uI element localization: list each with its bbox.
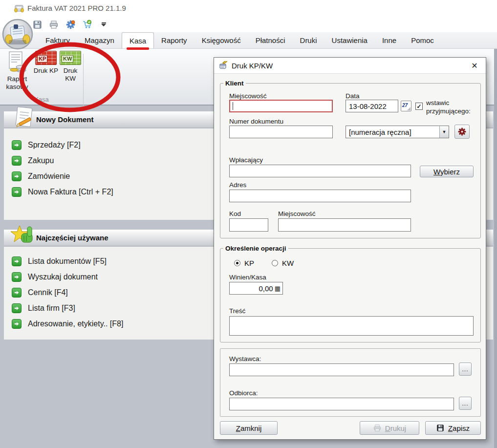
druk-kw-button[interactable]: KW Druk KW xyxy=(58,51,83,83)
zapisz-button[interactable]: Zapisz xyxy=(425,421,481,435)
tab-kasa[interactable]: Kasa xyxy=(122,32,154,48)
toolbar-overflow-icon[interactable] xyxy=(98,19,109,30)
kp-table-icon: KP xyxy=(35,51,57,65)
miejscowosc-label: Miejscowość xyxy=(229,92,267,100)
section-title: Najczęściej używane xyxy=(36,234,108,242)
wystawca-label: Wystawca: xyxy=(229,355,261,363)
wystawca-input[interactable] xyxy=(229,363,454,376)
odbiorca-input[interactable] xyxy=(229,398,454,410)
kw-table-icon: KW xyxy=(60,51,81,65)
tab-pomoc[interactable]: Pomoc xyxy=(404,32,441,48)
wstawic-label: wstawic przyjmującego: xyxy=(426,99,478,116)
calendar-fold xyxy=(407,107,411,110)
tresc-input[interactable] xyxy=(229,316,474,336)
numer-dokumentu-label: Numer dokumentu xyxy=(229,118,283,125)
menu-item-cennik[interactable]: Cennik [F4] xyxy=(12,285,68,300)
menu-item-label: Wyszukaj dokument xyxy=(28,273,98,281)
wplacajacy-input[interactable] xyxy=(229,165,411,177)
zamknij-label: Zamknij xyxy=(236,424,262,432)
wybierz-button[interactable]: Wybierz xyxy=(420,166,474,177)
menu-item-zamowienie[interactable]: Zamówienie xyxy=(12,169,70,184)
menu-item-label: Zakupu xyxy=(28,156,54,165)
group-operacja-legend: Określenie operacji xyxy=(223,245,288,252)
adres-input[interactable] xyxy=(229,190,411,202)
tab-label: Ustawienia xyxy=(332,36,367,44)
tab-faktury[interactable]: Faktury xyxy=(38,32,77,48)
tab-inne[interactable]: Inne xyxy=(375,32,404,48)
menu-item-label: Zamówienie xyxy=(28,172,70,181)
druk-kp-button[interactable]: KP Druk KP xyxy=(33,51,59,75)
menu-item-label: Adresowanie, etykiety.. [F8] xyxy=(28,320,123,328)
main-menu-tabbar: Faktury Magazyn Kasa Raporty Księgowość … xyxy=(0,32,497,49)
miejscowosc-input[interactable] xyxy=(229,100,333,112)
print-icon[interactable] xyxy=(48,19,60,30)
green-arrow-icon xyxy=(12,303,22,313)
menu-item-label: Nowa Faktura [Ctrl + F2] xyxy=(28,188,113,196)
tab-magazyn[interactable]: Magazyn xyxy=(77,32,122,48)
chevron-down-icon: ▼ xyxy=(442,129,447,134)
adres-label: Adres xyxy=(229,181,246,189)
dialog-druk-kp-kw: Druk KP/KW ✕ Klient Miejscowość Data 27 … xyxy=(214,57,486,440)
wplacajacy-label: Wpłacający xyxy=(229,156,263,164)
numer-dokumentu-input[interactable] xyxy=(229,126,333,138)
numeracja-combobox[interactable]: [numeracja ręczna] ▼ xyxy=(346,126,449,138)
group-klient-legend: Klient xyxy=(223,80,246,87)
menu-item-lista-dokumentow[interactable]: Lista dokumentów [F5] xyxy=(12,254,107,269)
tab-ustawienia[interactable]: Ustawienia xyxy=(324,32,375,48)
menu-item-zakupu[interactable]: Zakupu xyxy=(12,153,54,169)
tresc-label: Treść xyxy=(229,307,245,315)
miejscowosc2-input[interactable] xyxy=(278,218,411,232)
tab-druki[interactable]: Druki xyxy=(293,32,324,48)
radio-button-icon xyxy=(272,260,278,266)
dialog-title: Druk KP/KW xyxy=(232,62,273,70)
dialog-titlebar: Druk KP/KW ✕ xyxy=(214,58,486,74)
new-document-icon xyxy=(11,106,36,131)
green-arrow-icon xyxy=(12,187,22,197)
druk-kw-label: Druk KW xyxy=(58,67,83,83)
combo-dropdown-button[interactable]: ▼ xyxy=(439,126,449,138)
check-icon: ✓ xyxy=(416,103,421,110)
ellipsis-icon: ... xyxy=(462,366,468,373)
radio-kp[interactable]: KP xyxy=(234,259,254,267)
numeracja-settings-button[interactable] xyxy=(454,125,470,139)
window-titlebar: Faktura VAT 2021 PRO 21.1.9 xyxy=(0,0,497,17)
menu-item-sprzedazy[interactable]: Sprzedaży [F2] xyxy=(12,137,81,153)
tab-label: Druki xyxy=(300,36,317,44)
menu-item-wyszukaj-dokument[interactable]: Wyszukaj dokument xyxy=(12,269,98,285)
cart-icon[interactable] xyxy=(81,19,93,30)
tab-raporty[interactable]: Raporty xyxy=(154,32,194,48)
section-title: Nowy Dokument xyxy=(36,115,94,124)
data-label: Data xyxy=(346,92,360,100)
green-arrow-icon xyxy=(12,156,22,166)
menu-item-lista-firm[interactable]: Lista firm [F3] xyxy=(12,300,75,316)
save-icon xyxy=(436,424,444,432)
settings-gear-icon[interactable] xyxy=(65,19,76,30)
wystawca-browse-button[interactable]: ... xyxy=(459,363,472,376)
calculator-icon[interactable]: ▦ xyxy=(275,285,281,292)
drukuj-button[interactable]: Drukuj xyxy=(360,421,419,435)
wstawic-checkbox[interactable]: ✓ xyxy=(415,103,423,110)
numeracja-value: [numeracja ręczna] xyxy=(346,128,439,136)
kw-badge: KW xyxy=(62,55,73,63)
zamknij-button[interactable]: Zamknij xyxy=(220,421,278,435)
green-arrow-icon xyxy=(12,140,22,150)
menu-item-adresowanie[interactable]: Adresowanie, etykiety.. [F8] xyxy=(12,316,123,332)
app-icon xyxy=(14,3,24,13)
tab-platnosci[interactable]: Płatności xyxy=(248,32,293,48)
kod-input[interactable] xyxy=(229,218,268,232)
raport-kasowy-label: Raport kasowy xyxy=(3,75,31,91)
winien-kasa-input[interactable]: 0,00 ▦ xyxy=(229,282,283,295)
print-icon xyxy=(373,424,382,432)
close-icon[interactable]: ✕ xyxy=(468,61,481,70)
raport-kasowy-button[interactable]: Raport kasowy xyxy=(3,51,31,91)
data-input[interactable] xyxy=(346,100,398,112)
calendar-button[interactable]: 27 xyxy=(401,101,411,111)
ellipsis-icon: ... xyxy=(462,400,468,407)
tab-ksiegowosc[interactable]: Księgowość xyxy=(194,32,248,48)
odbiorca-browse-button[interactable]: ... xyxy=(459,397,472,410)
menu-item-label: Lista dokumentów [F5] xyxy=(28,257,107,266)
winien-kasa-value: 0,00 xyxy=(259,284,273,293)
radio-kw[interactable]: KW xyxy=(272,259,294,267)
tab-label: Kasa xyxy=(130,37,146,45)
menu-item-nowa-faktura[interactable]: Nowa Faktura [Ctrl + F2] xyxy=(12,184,113,200)
